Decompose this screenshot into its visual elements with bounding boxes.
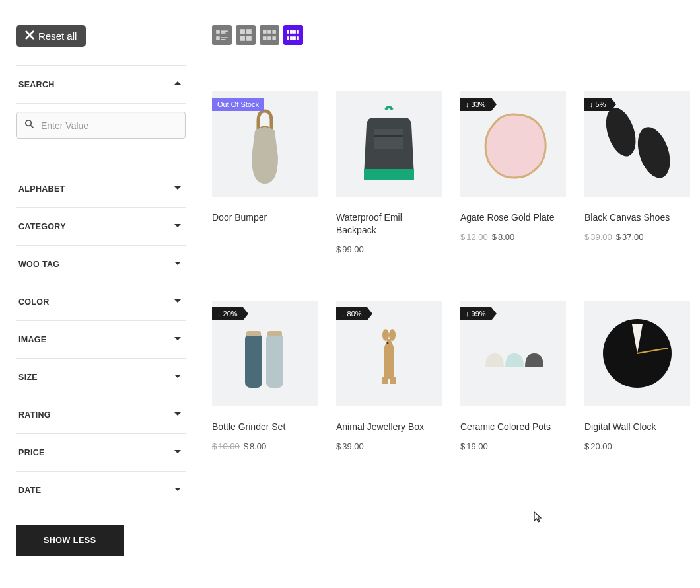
product-image[interactable]: Out Of Stock: [212, 91, 318, 197]
filter-section-category[interactable]: CATEGORY: [16, 208, 186, 246]
product-card: Waterproof Emil Backpack$99.00: [336, 91, 442, 254]
svg-rect-7: [221, 39, 226, 40]
product-title[interactable]: Black Canvas Shoes: [584, 211, 690, 224]
product-price: $19.00: [460, 441, 566, 451]
view-grid3-button[interactable]: [260, 25, 279, 45]
svg-rect-6: [221, 37, 228, 38]
svg-rect-20: [293, 30, 296, 34]
svg-rect-33: [266, 334, 283, 388]
svg-point-35: [382, 329, 389, 341]
svg-rect-21: [297, 30, 299, 34]
product-card: ↓ 20%Bottle Grinder Set$10.00$8.00: [212, 301, 318, 451]
svg-rect-2: [216, 30, 220, 34]
svg-rect-24: [293, 36, 296, 40]
filter-section-search[interactable]: SEARCH: [16, 65, 186, 104]
discount-badge: ↓ 33%: [460, 98, 491, 111]
chevron-down-icon: [172, 258, 183, 271]
view-list-button[interactable]: [212, 25, 232, 45]
product-title[interactable]: Animal Jewellery Box: [336, 421, 442, 433]
svg-rect-22: [287, 36, 289, 40]
discount-badge: ↓ 20%: [212, 307, 243, 320]
close-icon: [25, 30, 34, 42]
out-of-stock-badge: Out Of Stock: [212, 98, 264, 111]
filter-section-rating[interactable]: RATING: [16, 396, 186, 434]
product-title[interactable]: Digital Wall Clock: [584, 421, 690, 433]
svg-rect-3: [221, 30, 228, 32]
filter-section-image[interactable]: IMAGE: [16, 321, 186, 359]
svg-point-36: [389, 329, 396, 341]
svg-rect-9: [246, 29, 252, 34]
svg-point-30: [632, 123, 676, 182]
filter-sidebar: Reset all SEARCH ALPHABETCATEGORYWOO TAG…: [16, 25, 186, 556]
reset-all-label: Reset all: [38, 30, 77, 42]
chevron-down-icon: [172, 484, 183, 497]
svg-point-37: [387, 342, 389, 344]
price-old: $12.00: [460, 232, 488, 242]
product-image[interactable]: [584, 301, 690, 406]
filter-section-date[interactable]: DATE: [16, 472, 186, 509]
filter-label: SEARCH: [18, 80, 55, 89]
svg-rect-27: [374, 129, 403, 149]
svg-rect-8: [240, 29, 245, 34]
svg-rect-16: [267, 36, 271, 40]
view-grid2-button[interactable]: [236, 25, 256, 45]
filter-section-woo-tag[interactable]: WOO TAG: [16, 246, 186, 283]
product-title[interactable]: Agate Rose Gold Plate: [460, 211, 566, 224]
filter-section-price[interactable]: PRICE: [16, 434, 186, 472]
product-image[interactable]: ↓ 33%: [460, 91, 566, 197]
product-price: $39.00$37.00: [584, 232, 690, 242]
product-price: $10.00$8.00: [212, 441, 318, 451]
product-image[interactable]: ↓ 20%: [212, 301, 318, 406]
product-title[interactable]: Ceramic Colored Pots: [460, 421, 566, 433]
filter-label: RATING: [18, 410, 51, 420]
filter-label: WOO TAG: [18, 260, 59, 269]
filter-label: ALPHABET: [18, 184, 65, 194]
search-input[interactable]: [41, 120, 177, 131]
svg-rect-15: [263, 36, 267, 40]
price-current: $37.00: [616, 232, 644, 242]
product-card: ↓ 33%Agate Rose Gold Plate$12.00$8.00: [460, 91, 566, 254]
svg-rect-32: [246, 331, 261, 336]
chevron-down-icon: [172, 371, 183, 384]
svg-rect-34: [267, 331, 282, 336]
chevron-down-icon: [172, 182, 183, 196]
product-price: $39.00: [336, 441, 442, 451]
discount-badge: ↓ 5%: [584, 98, 611, 111]
product-main: Out Of StockDoor BumperWaterproof Emil B…: [186, 25, 700, 556]
product-image[interactable]: [336, 91, 442, 197]
product-image[interactable]: ↓ 5%: [584, 91, 690, 197]
price-current: $8.00: [244, 441, 267, 451]
show-less-button[interactable]: SHOW LESS: [16, 525, 124, 556]
product-image[interactable]: ↓ 80%: [336, 301, 442, 406]
svg-rect-17: [272, 36, 276, 40]
filter-section-size[interactable]: SIZE: [16, 359, 186, 396]
view-grid4-button[interactable]: [283, 25, 303, 45]
product-title[interactable]: Bottle Grinder Set: [212, 421, 318, 433]
svg-line-1: [31, 126, 34, 128]
chevron-down-icon: [172, 333, 183, 346]
svg-rect-23: [290, 36, 293, 40]
product-image[interactable]: ↓ 99%: [460, 301, 566, 406]
svg-rect-26: [364, 169, 414, 180]
filter-section-alphabet[interactable]: ALPHABET: [16, 170, 186, 208]
filter-label: SIZE: [18, 373, 38, 382]
price-current: $19.00: [460, 441, 488, 451]
search-icon: [24, 119, 41, 131]
filter-label: CATEGORY: [18, 222, 66, 231]
product-title[interactable]: Waterproof Emil Backpack: [336, 211, 442, 237]
chevron-down-icon: [172, 446, 183, 459]
product-card: Digital Wall Clock$20.00: [584, 301, 690, 451]
price-old: $10.00: [212, 441, 240, 451]
svg-rect-39: [390, 377, 396, 384]
svg-point-29: [600, 104, 641, 160]
filter-label: DATE: [18, 486, 41, 495]
product-title[interactable]: Door Bumper: [212, 211, 318, 224]
price-current: $99.00: [336, 244, 364, 254]
product-card: ↓ 5%Black Canvas Shoes$39.00$37.00: [584, 91, 690, 254]
filter-section-color[interactable]: COLOR: [16, 283, 186, 321]
svg-rect-10: [240, 36, 245, 41]
price-current: $8.00: [492, 232, 515, 242]
reset-all-button[interactable]: Reset all: [16, 25, 86, 47]
filter-label: PRICE: [18, 448, 45, 457]
chevron-down-icon: [172, 220, 183, 233]
